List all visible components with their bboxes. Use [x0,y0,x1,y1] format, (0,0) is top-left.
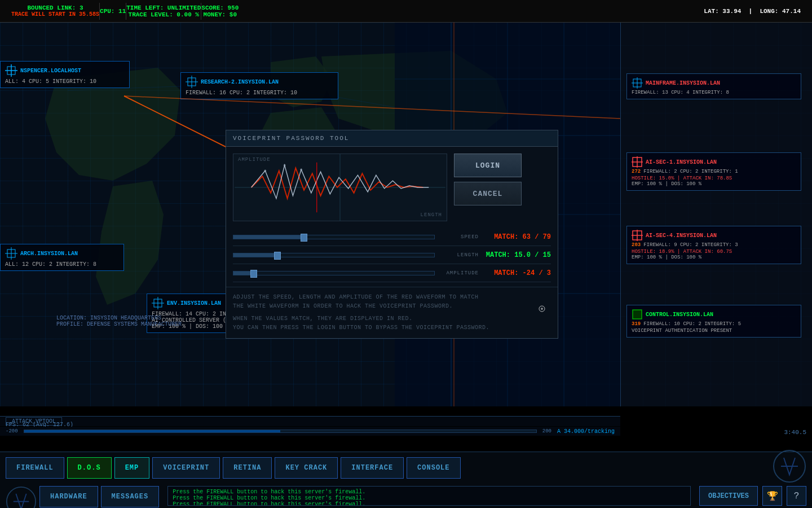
msg-3: Press the FIREWALL button to hack this s… [173,501,686,506]
logo-right [773,449,806,486]
msg-2: Press the FIREWALL button to hack this s… [173,495,686,501]
aisec1-stats: FIREWALL: 2 CPU: 2 INTEGRITY: 1 [643,169,738,174]
firewall-button[interactable]: FIREWALL [6,457,64,479]
control-num: 319 [632,321,641,327]
speed-thumb[interactable] [301,234,307,242]
vp-buttons: LOGIN CANCEL [454,154,522,221]
attack-label-bar: _ATTACK_VPTOOL_ [0,416,620,426]
hud-trace-warn: TRACE WILL START IN 35.58S [11,11,99,17]
svg-point-41 [7,487,36,508]
emp-button[interactable]: EMP [114,457,150,479]
node-mainframe[interactable]: MAINFRAME.INSYSION.LAN FIREWALL: 13 CPU:… [626,73,801,99]
aisec4-num: 203 [632,242,641,248]
hud-time-left: TIME LEFT: UNLIMITED [126,5,201,11]
vp-instr-3: WHEN THE VALUES MATCH, THEY ARE DISPLAYE… [233,314,551,323]
vp-chart-area: AMPLITUDE LENGTH [233,154,447,221]
vp-instr-2: THE WHITE WAVEFORM IN ORDER TO HACK THE … [233,302,551,311]
progress-fill [24,430,280,432]
hud-trace-level: TRACE LEVEL: 0.00 % [129,11,199,18]
control-title: CONTROL.INSYSION.LAN [646,312,713,318]
hud-score: SCORE: 950 MONEY: $0 [201,5,239,18]
range-min: -200 [6,428,18,434]
svg-point-39 [300,169,302,171]
trophy-icon[interactable]: 🏆 [762,486,782,506]
aisec4-hostile: HOSTILE: 18.9% | ATTACK IN: 60.7S [632,249,796,255]
hud-coords: LAT: 33.94 | LONG: 47.14 [704,8,801,15]
hud-time: TIME LEFT: UNLIMITED TRACE LEVEL: 0.00 % [126,5,201,18]
retina-button[interactable]: RETINA [223,457,272,479]
mainframe-stats: FIREWALL: 13 CPU: 4 INTEGRITY: 8 [632,90,796,95]
aisec1-emp: EMP: 100 % | DOS: 100 % [632,181,796,187]
timer: 3:40.5 [784,429,806,436]
mainframe-title: MAINFRAME.INSYSION.LAN [646,80,720,86]
amplitude-slider-row: AMPLITUDE MATCH: -24 / 3 [233,264,551,282]
login-button[interactable]: LOGIN [454,154,522,177]
svg-rect-33 [633,310,642,319]
vp-sliders: SPEED MATCH: 63 / 79 LENGTH MATCH: 15.0 … [226,228,558,287]
right-panel: MAINFRAME.INSYSION.LAN FIREWALL: 13 CPU:… [620,23,812,406]
hardware-button[interactable]: HARDWARE [39,486,98,507]
vp-titlebar: VOICEPRINT PASSWORD TOOL [226,130,558,147]
progress-bar: -200 200 A 34.000/tracking [0,427,620,436]
top-hud: BOUNCED LINK: 3 TRACE WILL START IN 35.5… [0,0,812,23]
console-button[interactable]: CONSOLE [407,457,460,479]
aisec1-title: AI-SEC-1.INSYSION.LAN [646,159,717,165]
logo-left-svg [6,486,37,508]
track-val: A 34.000/tracking [557,428,615,435]
msg-1: Press the FIREWALL button to hack this s… [173,489,686,495]
aisec4-emp: EMP: 100 % | DOS: 100 % [632,255,796,260]
hud-cpu-val: CPU: 11 [100,8,126,15]
help-icon[interactable]: ? [787,486,806,506]
hud-money-val: MONEY: $0 [204,11,237,18]
dos-button[interactable]: D.O.S [67,457,112,479]
length-thumb[interactable] [274,252,281,260]
waveform-svg [233,154,447,221]
cancel-button[interactable]: CANCEL [454,182,522,205]
hud-bounced-cpu: BOUNCED LINK: 3 TRACE WILL START IN 35.5… [11,5,99,17]
control-auth: VOICEPRINT AUTHENTICATION PRESENT [632,328,796,334]
speed-fill [233,235,304,239]
message-area: Press the FIREWALL button to hack this s… [167,486,691,506]
length-slider-row: LENGTH MATCH: 15.0 / 15 [233,246,551,264]
amplitude-slider[interactable] [233,271,435,275]
toolbar-top: FIREWALL D.O.S EMP VOICEPRINT RETINA KEY… [0,452,812,483]
amplitude-match: MATCH: -24 / 3 [483,269,551,277]
node-aisec1[interactable]: AI-SEC-1.INSYSION.LAN 272 FIREWALL: 2 CP… [626,152,801,191]
length-slider[interactable] [233,253,435,257]
hud-bounced: BOUNCED LINK: 3 [28,5,83,11]
svg-line-3 [124,96,620,119]
control-stats: FIREWALL: 10 CPU: 2 INTEGRITY: 5 [643,321,741,327]
aisec4-title: AI-SEC-4.INSYSION.LAN [646,233,717,239]
vp-instructions: ADJUST THE SPEED, LENGTH AND AMPLITUDE O… [226,287,558,338]
toolbar-bottom: HARDWARE MESSAGES Press the FIREWALL but… [0,483,812,508]
keycrack-button[interactable]: KEY CRACK [275,457,338,479]
voiceprint-button[interactable]: VOICEPRINT [152,457,220,479]
objectives-button[interactable]: OBJECTIVES [699,486,758,506]
aisec4-stats: FIREWALL: 9 CPU: 2 INTEGRITY: 3 [643,242,738,248]
svg-point-38 [284,164,286,167]
amplitude-label: AMPLITUDE [439,270,479,276]
svg-point-43 [541,308,543,310]
length-match: MATCH: 15.0 / 15 [483,251,551,259]
cursor-svg [539,305,545,312]
svg-point-37 [264,170,266,172]
hud-cpu: CPU: 11 [100,8,126,15]
hud-score-val: SCORE: 950 [201,5,239,11]
node-control[interactable]: CONTROL.INSYSION.LAN 319 FIREWALL: 10 CP… [626,305,801,338]
messages-button[interactable]: MESSAGES [101,486,160,507]
node-aisec4[interactable]: AI-SEC-4.INSYSION.LAN 203 FIREWALL: 9 CP… [626,226,801,264]
hud-lat-long: LAT: 33.94 | LONG: 47.14 [704,8,801,15]
speed-match: MATCH: 63 / 79 [483,233,551,241]
length-fill [233,253,277,257]
aisec1-num: 272 [632,169,641,174]
speed-label: SPEED [439,234,479,240]
length-label: LENGTH [439,252,479,258]
speed-slider-row: SPEED MATCH: 63 / 79 [233,228,551,246]
range-max: 200 [542,428,551,434]
vp-instr-4: YOU CAN THEN PRESS THE LOGIN BUTTON TO B… [233,323,551,332]
interface-button[interactable]: INTERFACE [341,457,404,479]
objectives-area: OBJECTIVES 🏆 ? [694,483,812,508]
amplitude-thumb[interactable] [250,270,257,278]
vp-instr-1: ADJUST THE SPEED, LENGTH AND AMPLITUDE O… [233,293,551,302]
speed-slider[interactable] [233,235,435,239]
